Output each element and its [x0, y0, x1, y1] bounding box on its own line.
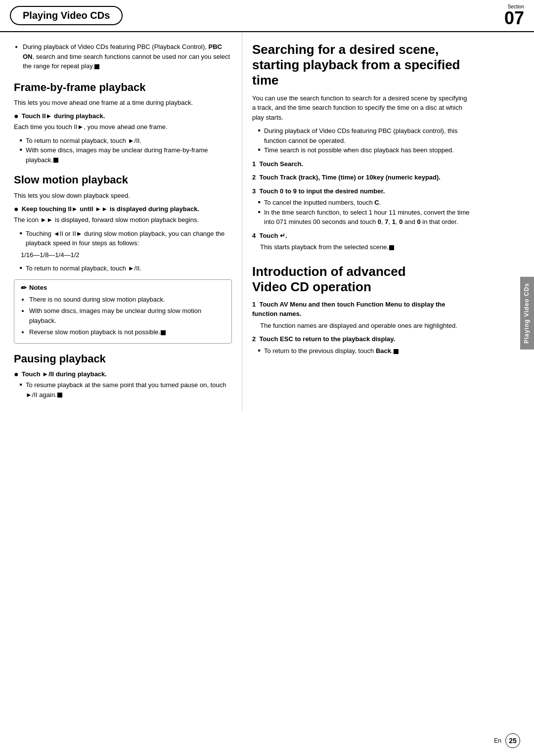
notes-list: There is no sound during slow motion pla…: [20, 295, 225, 337]
section-number: 07: [504, 9, 524, 27]
stop-icon-3: [161, 330, 166, 335]
step-4: 4 Touch ↵.: [252, 231, 471, 241]
frame-subtext: Each time you touch II►, you move ahead …: [14, 122, 232, 132]
slow-motion-subtext: The icon ►► is displayed, forward slow m…: [14, 215, 232, 225]
notes-pencil-icon: ✏: [20, 284, 26, 292]
intro-step-2-bullets: To return to the previous display, touch…: [252, 346, 471, 356]
left-column: During playback of Video CDs featuring P…: [0, 32, 242, 411]
slow-motion-intro: This lets you slow down playback speed.: [14, 191, 232, 201]
frame-by-frame-intro: This lets you move ahead one frame at a …: [14, 98, 232, 108]
step-1-label: 1 Touch Search.: [252, 160, 303, 168]
slow-motion-heading: Slow motion playback: [14, 174, 232, 186]
intro-step-2-bullet-1: To return to the previous display, touch…: [259, 346, 471, 356]
frame-bullet-2: With some discs, images may be unclear d…: [21, 145, 232, 165]
searching-intro: You can use the search function to searc…: [252, 93, 471, 123]
top-bullet-text1: During playback of Video CDs featuring P…: [23, 43, 209, 50]
frame-bullet-1: To return to normal playback, touch ►/II…: [21, 136, 232, 146]
step-4-label: 4 Touch ↵.: [252, 232, 287, 239]
page-title-box: Playing Video CDs: [10, 6, 123, 25]
bullet-circle-icon-3: ●: [14, 370, 19, 378]
stop-icon-6: [394, 349, 399, 354]
note-1: There is no sound during slow motion pla…: [29, 295, 225, 305]
pausing-bullets: To resume playback at the same point tha…: [14, 380, 232, 400]
page-title: Playing Video CDs: [23, 10, 110, 21]
pausing-bullet-1: To resume playback at the same point tha…: [21, 380, 232, 400]
stop-icon-5: [389, 245, 394, 250]
stop-icon-2: [53, 158, 58, 163]
searching-bullets: During playback of Video CDs featuring P…: [252, 126, 471, 155]
searching-heading: Searching for a desired scene, starting …: [252, 42, 471, 89]
pausing-subheading-text: Touch ►/II during playback.: [22, 370, 107, 378]
note-3: Reverse slow motion playback is not poss…: [29, 327, 225, 337]
slow-motion-bullets: Touching ◄II or II► during slow motion p…: [14, 229, 232, 248]
intro-step-1-label: 1 Touch AV Menu and then touch Function …: [252, 301, 445, 318]
step-3: 3 Touch 0 to 9 to input the desired numb…: [252, 186, 471, 196]
step-3-bullets: To cancel the inputted numbers, touch C.…: [252, 198, 471, 227]
step-2-label: 2 Touch Track (track), Time (time) or 10…: [252, 174, 441, 181]
stop-icon: [94, 64, 99, 69]
slow-steps-text: 1/16—1/8—1/4—1/2: [14, 250, 232, 260]
step-2: 2 Touch Track (track), Time (time) or 10…: [252, 173, 471, 182]
intro-step-1-text: The function names are displayed and ope…: [252, 321, 471, 331]
frame-subheading: ● Touch II► during playback.: [14, 112, 232, 120]
section-info: Section 07: [504, 4, 524, 27]
slow-motion-bullets-2: To return to normal playback, touch ►/II…: [14, 264, 232, 273]
slow-bullet-3: To return to normal playback, touch ►/II…: [21, 264, 232, 273]
searching-bullet-1: During playback of Video CDs featuring P…: [259, 126, 471, 145]
step-3-bullet-1: To cancel the inputted numbers, touch C.: [259, 198, 471, 208]
step-3-label: 3 Touch 0 to 9 to input the desired numb…: [252, 187, 385, 195]
stop-icon-4: [57, 393, 62, 398]
page-footer: En 25: [494, 733, 520, 748]
main-content: During playback of Video CDs featuring P…: [0, 32, 534, 411]
page-number: 25: [505, 733, 520, 748]
right-column: Searching for a desired scene, starting …: [242, 32, 485, 411]
page-header: Playing Video CDs Section 07: [0, 0, 534, 32]
frame-subheading-text: Touch II► during playback.: [22, 112, 105, 120]
pausing-heading: Pausing playback: [14, 353, 232, 365]
pausing-subheading: ● Touch ►/II during playback.: [14, 370, 232, 378]
frame-bullets: To return to normal playback, touch ►/II…: [14, 136, 232, 165]
intro-step-2-label: 2 Touch ESC to return to the playback di…: [252, 335, 395, 343]
footer-en-label: En: [494, 737, 501, 744]
frame-by-frame-heading: Frame-by-frame playback: [14, 81, 232, 94]
notes-box: ✏ Notes There is no sound during slow mo…: [14, 279, 232, 344]
step-4-text: This starts playback from the selected s…: [252, 242, 471, 252]
notes-label: Notes: [29, 284, 47, 291]
note-2: With some discs, images may be unclear d…: [29, 306, 225, 325]
side-tab: Playing Video CDs: [520, 277, 534, 350]
notes-header: ✏ Notes: [20, 284, 225, 292]
top-bullet-item: During playback of Video CDs featuring P…: [23, 42, 232, 71]
top-bullet-section: During playback of Video CDs featuring P…: [14, 42, 232, 71]
slow-motion-subheading-text: Keep touching II► until ►► is displayed …: [22, 205, 199, 213]
step-3-bullet-2: In the time search function, to select 1…: [259, 208, 471, 227]
bullet-circle-icon-2: ●: [14, 205, 19, 213]
intro-section: Introduction of advancedVideo CD operati…: [252, 264, 471, 356]
intro-heading: Introduction of advancedVideo CD operati…: [252, 264, 471, 295]
bullet-circle-icon: ●: [14, 112, 19, 120]
slow-bullet-1: Touching ◄II or II► during slow motion p…: [21, 229, 232, 248]
step-1: 1 Touch Search.: [252, 159, 471, 169]
slow-motion-subheading: ● Keep touching II► until ►► is displaye…: [14, 205, 232, 213]
top-bullet-text2: , search and time search functions canno…: [23, 53, 230, 70]
intro-step-2: 2 Touch ESC to return to the playback di…: [252, 334, 471, 344]
searching-bullet-2: Time search is not possible when disc pl…: [259, 145, 471, 155]
intro-step-1: 1 Touch AV Menu and then touch Function …: [252, 300, 471, 319]
